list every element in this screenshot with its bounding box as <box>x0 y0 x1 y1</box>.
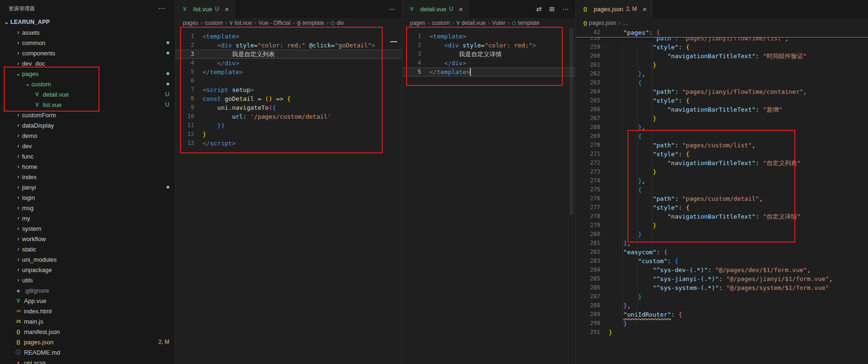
tree-item-.gitignore[interactable]: ◆.gitignore <box>0 285 175 296</box>
code-line[interactable]: 268 }, <box>576 123 868 132</box>
tree-item-customForm[interactable]: ›customForm <box>0 110 175 120</box>
code-line[interactable]: 281 ], <box>576 239 868 248</box>
chevron-right-icon[interactable]: › <box>15 246 22 252</box>
chevron-down-icon[interactable]: ⌄ <box>24 81 31 87</box>
chevron-right-icon[interactable]: › <box>15 205 22 211</box>
code-editor[interactable]: 1<template>2 <div style="color: red;" @c… <box>175 28 402 364</box>
chevron-right-icon[interactable]: › <box>15 236 22 242</box>
code-line[interactable]: 266 "navigationBarTitleText": "新增" <box>576 105 868 114</box>
code-line[interactable]: 3 我是自定义列表 <box>175 50 402 59</box>
more-actions-icon[interactable]: ⋯ <box>158 4 166 13</box>
chevron-right-icon[interactable]: › <box>15 143 22 149</box>
code-line[interactable]: 273 } <box>576 167 868 176</box>
code-line[interactable]: 265 "style": { <box>576 96 868 105</box>
code-line[interactable]: 287 } <box>576 292 868 301</box>
close-icon[interactable]: × <box>459 6 463 13</box>
code-line[interactable]: 2 <div style="color: red;" @click="goDet… <box>175 41 402 50</box>
tree-item-msg[interactable]: ›msg <box>0 203 175 213</box>
chevron-right-icon[interactable]: › <box>15 215 22 221</box>
chevron-right-icon[interactable]: › <box>15 50 22 56</box>
code-line[interactable]: 271 "style": { <box>576 150 868 159</box>
chevron-right-icon[interactable]: › <box>15 153 22 159</box>
tree-item-login[interactable]: ›login <box>0 192 175 203</box>
code-line[interactable]: 263 { <box>576 78 868 87</box>
code-line[interactable]: 278 "navigationBarTitleText": "自定义详情" <box>576 212 868 221</box>
code-line[interactable]: 280 } <box>576 230 868 239</box>
breadcrumb-item-pages[interactable]: pages <box>183 20 198 26</box>
code-line[interactable]: 288 }, <box>576 301 868 310</box>
tree-item-dataDisplay[interactable]: ›dataDisplay <box>0 120 175 130</box>
tree-item-jianyi[interactable]: ›jianyi <box>0 182 175 192</box>
tree-root-learun-app[interactable]: ⌄LEARUN_APP <box>0 17 175 27</box>
tree-item-workflow[interactable]: ›workflow <box>0 234 175 244</box>
code-line[interactable]: 7<script setup> <box>175 85 402 94</box>
tree-item-common[interactable]: ›common <box>0 38 175 48</box>
chevron-right-icon[interactable]: › <box>15 174 22 180</box>
chevron-right-icon[interactable]: › <box>15 133 22 138</box>
breadcrumb-item-template[interactable]: {}template <box>297 20 324 26</box>
breadcrumb-item-pages.json[interactable]: {}pages.json <box>583 20 616 26</box>
tree-item-dev_doc[interactable]: ›dev_doc <box>0 58 175 68</box>
tab-detail-vue[interactable]: Vdetail.vueU× <box>402 0 469 18</box>
sticky-scroll-line[interactable]: 42 "pages": [ <box>576 28 868 38</box>
tree-item-static[interactable]: ›static <box>0 244 175 254</box>
breadcrumb-item-list.vue[interactable]: Vlist.vue <box>229 20 252 26</box>
code-line[interactable]: 285 "^sys-jianyi-(.*)": "@/pages/jianyi/… <box>576 274 868 283</box>
breadcrumb-item-pages[interactable]: pages <box>410 20 425 26</box>
breadcrumb-item-template[interactable]: ⬡template <box>512 20 540 26</box>
code-line[interactable]: 291} <box>576 328 868 337</box>
tree-item-index[interactable]: ›index <box>0 172 175 182</box>
code-line[interactable]: 283 "custom": { <box>576 257 868 265</box>
code-line[interactable]: 272 "navigationBarTitleText": "自定义列表" <box>576 159 868 167</box>
code-line[interactable]: 270 "path": "pages/custom/list", <box>576 141 868 150</box>
tree-item-func[interactable]: ›func <box>0 151 175 161</box>
breadcrumb-item-detail.vue[interactable]: Vdetail.vue <box>456 20 485 26</box>
code-editor[interactable]: 1<template>2 <div style="color: red;">3 … <box>402 28 575 364</box>
tree-item-README.md[interactable]: ⓘREADME.md <box>0 347 175 357</box>
code-line[interactable]: 274 }, <box>576 176 868 185</box>
code-line[interactable]: 275 { <box>576 185 868 194</box>
code-line[interactable]: 12} <box>175 130 402 139</box>
code-line[interactable]: 290 } <box>576 319 868 328</box>
code-line[interactable]: 9 uni.navigateTo({ <box>175 103 402 112</box>
tree-item-dev[interactable]: ›dev <box>0 141 175 151</box>
code-line[interactable]: 5</template> <box>175 68 402 76</box>
code-line[interactable]: 269 { <box>576 132 868 141</box>
more-actions-icon[interactable]: ⋯ <box>562 5 569 13</box>
code-line[interactable]: 284 "^sys-dev-(.*)": "@/pages/dev/$1/for… <box>576 265 868 274</box>
tree-item-index.html[interactable]: <>index.html <box>0 306 175 316</box>
tree-item-uni_modules[interactable]: ›uni_modules <box>0 254 175 265</box>
breadcrumb-item-custom[interactable]: custom <box>432 20 450 26</box>
tree-item-components[interactable]: ›components <box>0 48 175 58</box>
tree-item-utils[interactable]: ›utils <box>0 275 175 285</box>
chevron-right-icon[interactable]: › <box>15 257 22 262</box>
tree-item-unpackage[interactable]: ›unpackage <box>0 265 175 275</box>
breadcrumb-item-custom[interactable]: custom <box>205 20 223 26</box>
breadcrumb-item-…[interactable]: … <box>623 20 628 26</box>
close-icon[interactable]: × <box>225 6 229 13</box>
code-line[interactable]: 267 } <box>576 114 868 123</box>
tree-item-detail.vue[interactable]: Vdetail.vueU <box>0 89 175 99</box>
chevron-right-icon[interactable]: › <box>15 61 22 66</box>
code-line[interactable]: 286 "^sys-system-(.*)": "@/pages/system/… <box>576 283 868 292</box>
chevron-right-icon[interactable]: › <box>15 122 22 128</box>
tree-item-custom[interactable]: ⌄custom <box>0 79 175 89</box>
code-line[interactable]: 6 <box>175 76 402 85</box>
breadcrumb-item-Vue - Official[interactable]: Vue - Official <box>258 20 290 26</box>
scrollbar[interactable] <box>569 28 574 215</box>
code-line[interactable]: 1<template> <box>175 32 402 41</box>
tree-item-pages.json[interactable]: {}pages.json2, M <box>0 337 175 347</box>
tree-item-my[interactable]: ›my <box>0 213 175 223</box>
code-line[interactable]: 8const goDetail = () => { <box>175 94 402 103</box>
code-line[interactable]: 264 "path": "pages/jianyi/flowTime/conta… <box>576 87 868 96</box>
tree-item-list.vue[interactable]: Vlist.vueU <box>0 99 175 110</box>
tree-item-assets[interactable]: ›assets <box>0 27 175 38</box>
chevron-right-icon[interactable]: › <box>15 164 22 169</box>
breadcrumb-item-Vuter[interactable]: Vuter <box>492 20 505 26</box>
code-line[interactable]: 282 "easycom": { <box>576 248 868 257</box>
code-line[interactable]: 289 "uniIdRouter": { <box>576 310 868 319</box>
code-editor[interactable]: 258 "path": "pages/jianyi/flowTime/list"… <box>576 28 868 364</box>
code-line[interactable]: 5</template> <box>402 68 575 76</box>
code-line[interactable]: 4 </div> <box>175 59 402 68</box>
code-line[interactable]: 260 "navigationBarTitleText": "时间组件验证" <box>576 52 868 61</box>
